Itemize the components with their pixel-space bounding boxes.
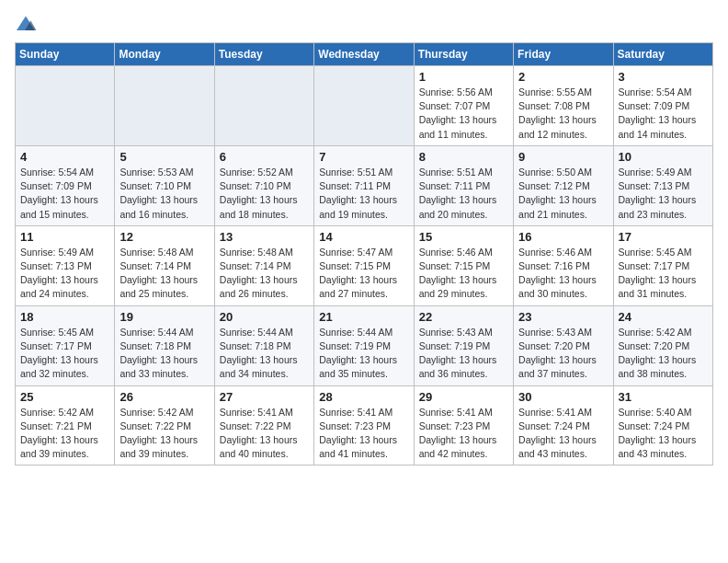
calendar-week-row: 1Sunrise: 5:56 AMSunset: 7:07 PMDaylight… xyxy=(16,66,713,146)
day-detail: Sunrise: 5:44 AMSunset: 7:18 PMDaylight:… xyxy=(220,326,309,382)
day-detail: Sunrise: 5:50 AMSunset: 7:12 PMDaylight:… xyxy=(518,166,608,222)
calendar-cell: 19Sunrise: 5:44 AMSunset: 7:18 PMDayligh… xyxy=(115,305,214,385)
day-detail: Sunrise: 5:55 AMSunset: 7:08 PMDaylight:… xyxy=(518,86,608,142)
weekday-header: Sunday xyxy=(16,43,115,66)
calendar-cell: 18Sunrise: 5:45 AMSunset: 7:17 PMDayligh… xyxy=(16,305,115,385)
calendar-cell: 6Sunrise: 5:52 AMSunset: 7:10 PMDaylight… xyxy=(214,145,313,225)
day-number: 29 xyxy=(419,390,508,404)
day-number: 10 xyxy=(619,150,708,164)
day-detail: Sunrise: 5:51 AMSunset: 7:11 PMDaylight:… xyxy=(319,166,408,222)
day-detail: Sunrise: 5:48 AMSunset: 7:14 PMDaylight:… xyxy=(220,246,309,302)
day-number: 24 xyxy=(619,310,708,324)
day-detail: Sunrise: 5:41 AMSunset: 7:22 PMDaylight:… xyxy=(220,406,309,462)
day-detail: Sunrise: 5:43 AMSunset: 7:20 PMDaylight:… xyxy=(518,326,608,382)
day-number: 16 xyxy=(518,230,608,244)
day-detail: Sunrise: 5:51 AMSunset: 7:11 PMDaylight:… xyxy=(419,166,508,222)
day-number: 26 xyxy=(119,390,209,404)
calendar-cell: 3Sunrise: 5:54 AMSunset: 7:09 PMDaylight… xyxy=(613,66,712,146)
logo xyxy=(15,15,40,33)
calendar-cell: 25Sunrise: 5:42 AMSunset: 7:21 PMDayligh… xyxy=(16,385,115,465)
calendar-header-row: SundayMondayTuesdayWednesdayThursdayFrid… xyxy=(16,43,713,66)
calendar-cell: 8Sunrise: 5:51 AMSunset: 7:11 PMDaylight… xyxy=(414,145,513,225)
day-number: 11 xyxy=(20,230,109,244)
day-detail: Sunrise: 5:54 AMSunset: 7:09 PMDaylight:… xyxy=(20,166,109,222)
day-number: 22 xyxy=(419,310,508,324)
day-number: 31 xyxy=(619,390,708,404)
day-number: 1 xyxy=(419,70,508,84)
calendar-cell: 13Sunrise: 5:48 AMSunset: 7:14 PMDayligh… xyxy=(214,225,313,305)
calendar-cell: 31Sunrise: 5:40 AMSunset: 7:24 PMDayligh… xyxy=(613,385,712,465)
calendar-cell: 1Sunrise: 5:56 AMSunset: 7:07 PMDaylight… xyxy=(414,66,513,146)
day-detail: Sunrise: 5:52 AMSunset: 7:10 PMDaylight:… xyxy=(220,166,309,222)
calendar-cell: 27Sunrise: 5:41 AMSunset: 7:22 PMDayligh… xyxy=(214,385,313,465)
day-number: 7 xyxy=(319,150,408,164)
day-detail: Sunrise: 5:44 AMSunset: 7:18 PMDaylight:… xyxy=(119,326,209,382)
calendar-table: SundayMondayTuesdayWednesdayThursdayFrid… xyxy=(15,42,713,465)
calendar-cell: 10Sunrise: 5:49 AMSunset: 7:13 PMDayligh… xyxy=(613,145,712,225)
day-detail: Sunrise: 5:42 AMSunset: 7:22 PMDaylight:… xyxy=(119,406,209,462)
calendar-cell: 26Sunrise: 5:42 AMSunset: 7:22 PMDayligh… xyxy=(115,385,214,465)
calendar-cell xyxy=(16,66,115,146)
day-number: 28 xyxy=(319,390,408,404)
calendar-cell: 2Sunrise: 5:55 AMSunset: 7:08 PMDaylight… xyxy=(514,66,613,146)
weekday-header: Monday xyxy=(115,43,214,66)
calendar-cell: 7Sunrise: 5:51 AMSunset: 7:11 PMDaylight… xyxy=(314,145,414,225)
day-detail: Sunrise: 5:43 AMSunset: 7:19 PMDaylight:… xyxy=(419,326,508,382)
calendar-cell: 20Sunrise: 5:44 AMSunset: 7:18 PMDayligh… xyxy=(214,305,313,385)
day-detail: Sunrise: 5:45 AMSunset: 7:17 PMDaylight:… xyxy=(20,326,109,382)
day-detail: Sunrise: 5:54 AMSunset: 7:09 PMDaylight:… xyxy=(619,86,708,142)
page-header xyxy=(15,15,713,33)
weekday-header: Wednesday xyxy=(314,43,414,66)
calendar-cell: 22Sunrise: 5:43 AMSunset: 7:19 PMDayligh… xyxy=(414,305,513,385)
logo-icon xyxy=(15,15,37,33)
day-number: 8 xyxy=(419,150,508,164)
calendar-cell: 24Sunrise: 5:42 AMSunset: 7:20 PMDayligh… xyxy=(613,305,712,385)
calendar-cell: 23Sunrise: 5:43 AMSunset: 7:20 PMDayligh… xyxy=(514,305,613,385)
calendar-week-row: 11Sunrise: 5:49 AMSunset: 7:13 PMDayligh… xyxy=(16,225,713,305)
day-number: 25 xyxy=(20,390,109,404)
calendar-week-row: 25Sunrise: 5:42 AMSunset: 7:21 PMDayligh… xyxy=(16,385,713,465)
calendar-cell xyxy=(314,66,414,146)
calendar-cell: 9Sunrise: 5:50 AMSunset: 7:12 PMDaylight… xyxy=(514,145,613,225)
day-number: 5 xyxy=(119,150,209,164)
day-detail: Sunrise: 5:56 AMSunset: 7:07 PMDaylight:… xyxy=(419,86,508,142)
day-detail: Sunrise: 5:41 AMSunset: 7:23 PMDaylight:… xyxy=(319,406,408,462)
day-number: 19 xyxy=(119,310,209,324)
calendar-cell xyxy=(115,66,214,146)
calendar-cell: 11Sunrise: 5:49 AMSunset: 7:13 PMDayligh… xyxy=(16,225,115,305)
day-number: 23 xyxy=(518,310,608,324)
day-detail: Sunrise: 5:48 AMSunset: 7:14 PMDaylight:… xyxy=(119,246,209,302)
day-number: 14 xyxy=(319,230,408,244)
weekday-header: Saturday xyxy=(613,43,712,66)
calendar-cell: 30Sunrise: 5:41 AMSunset: 7:24 PMDayligh… xyxy=(514,385,613,465)
day-number: 27 xyxy=(220,390,309,404)
day-number: 15 xyxy=(419,230,508,244)
day-number: 12 xyxy=(119,230,209,244)
day-number: 13 xyxy=(220,230,309,244)
calendar-week-row: 18Sunrise: 5:45 AMSunset: 7:17 PMDayligh… xyxy=(16,305,713,385)
day-number: 18 xyxy=(20,310,109,324)
day-detail: Sunrise: 5:45 AMSunset: 7:17 PMDaylight:… xyxy=(619,246,708,302)
calendar-cell: 4Sunrise: 5:54 AMSunset: 7:09 PMDaylight… xyxy=(16,145,115,225)
calendar-cell: 14Sunrise: 5:47 AMSunset: 7:15 PMDayligh… xyxy=(314,225,414,305)
day-number: 9 xyxy=(518,150,608,164)
weekday-header: Tuesday xyxy=(214,43,313,66)
day-detail: Sunrise: 5:42 AMSunset: 7:21 PMDaylight:… xyxy=(20,406,109,462)
calendar-cell: 21Sunrise: 5:44 AMSunset: 7:19 PMDayligh… xyxy=(314,305,414,385)
day-number: 2 xyxy=(518,70,608,84)
day-number: 4 xyxy=(20,150,109,164)
day-number: 3 xyxy=(619,70,708,84)
calendar-cell: 15Sunrise: 5:46 AMSunset: 7:15 PMDayligh… xyxy=(414,225,513,305)
day-number: 21 xyxy=(319,310,408,324)
calendar-cell: 16Sunrise: 5:46 AMSunset: 7:16 PMDayligh… xyxy=(514,225,613,305)
day-number: 17 xyxy=(619,230,708,244)
calendar-cell: 28Sunrise: 5:41 AMSunset: 7:23 PMDayligh… xyxy=(314,385,414,465)
day-detail: Sunrise: 5:53 AMSunset: 7:10 PMDaylight:… xyxy=(119,166,209,222)
day-number: 6 xyxy=(220,150,309,164)
day-detail: Sunrise: 5:47 AMSunset: 7:15 PMDaylight:… xyxy=(319,246,408,302)
day-detail: Sunrise: 5:41 AMSunset: 7:23 PMDaylight:… xyxy=(419,406,508,462)
day-detail: Sunrise: 5:49 AMSunset: 7:13 PMDaylight:… xyxy=(619,166,708,222)
day-detail: Sunrise: 5:46 AMSunset: 7:15 PMDaylight:… xyxy=(419,246,508,302)
weekday-header: Thursday xyxy=(414,43,513,66)
weekday-header: Friday xyxy=(514,43,613,66)
